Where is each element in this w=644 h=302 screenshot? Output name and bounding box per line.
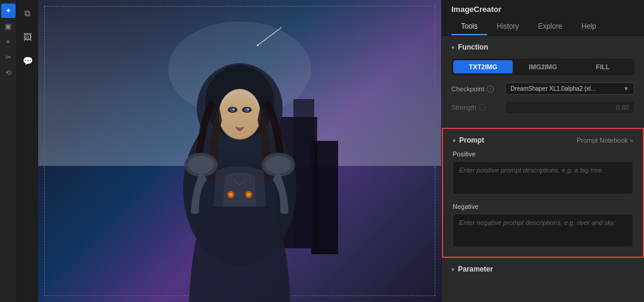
function-section-title: Function — [458, 43, 488, 51]
negative-prompt-group: Negative — [453, 203, 633, 249]
svg-point-17 — [233, 109, 235, 110]
chat-icon[interactable]: 💬 — [19, 53, 36, 69]
right-panel: ImageCreator Tools History Explore Help … — [441, 0, 644, 302]
panel-content: ▾ Function TXT2IMG IMG2IMG FILL Checkpoi… — [442, 36, 644, 302]
rectangle-tool-icon[interactable]: ▣ — [1, 19, 16, 33]
svg-point-18 — [247, 109, 249, 110]
function-section: ▾ Function TXT2IMG IMG2IMG FILL Checkpoi… — [442, 36, 644, 128]
canvas-area — [38, 0, 441, 302]
negative-prompt-input[interactable] — [453, 214, 633, 247]
positive-prompt-input[interactable] — [453, 161, 633, 195]
canvas-image — [38, 0, 441, 302]
left-sidebar: ⧉ 🖼 💬 — [17, 0, 38, 302]
cut-tool-icon[interactable]: ✂ — [1, 50, 16, 64]
strength-value: 0.60 — [505, 101, 634, 114]
strength-info-icon: i — [479, 104, 486, 111]
positive-label: Positive — [453, 150, 633, 158]
layers-icon[interactable]: ⧉ — [19, 5, 36, 21]
parameter-section: ▾ Parameter — [442, 258, 644, 288]
svg-point-7 — [257, 45, 259, 47]
positive-prompt-group: Positive — [453, 150, 633, 197]
prompt-header: ▾ Prompt Prompt Notebook » — [453, 136, 633, 144]
parameter-section-header[interactable]: ▾ Parameter — [451, 265, 634, 273]
tab-tools[interactable]: Tools — [451, 19, 487, 35]
undo-tool-icon[interactable]: ⟲ — [1, 66, 16, 80]
select-tool-icon[interactable]: ✦ — [1, 4, 16, 18]
parameter-chevron-icon: ▾ — [451, 266, 454, 273]
tab-explore[interactable]: Explore — [528, 19, 572, 35]
app-title: ImageCreator — [451, 5, 634, 14]
svg-point-24 — [229, 193, 233, 196]
tab-help[interactable]: Help — [572, 19, 606, 35]
svg-rect-4 — [293, 99, 314, 248]
panel-header: ImageCreator Tools History Explore Help — [442, 0, 644, 36]
svg-point-15 — [230, 108, 236, 112]
function-chevron-icon: ▾ — [451, 44, 454, 51]
strength-label: Strength i — [451, 104, 505, 111]
fill-button[interactable]: FILL — [573, 60, 633, 73]
prompt-header-left: ▾ Prompt — [453, 136, 484, 144]
prompt-section: ▾ Prompt Prompt Notebook » Positive Nega… — [442, 128, 644, 258]
img2img-button[interactable]: IMG2IMG — [513, 60, 572, 73]
checkpoint-info-icon[interactable]: i — [487, 85, 494, 93]
parameter-section-title: Parameter — [458, 265, 493, 273]
checkpoint-label: Checkpoint i — [451, 85, 505, 93]
checkpoint-select[interactable]: DreamShaper XL1.0alpha2 (xl... ▼ — [505, 82, 634, 95]
function-buttons: TXT2IMG IMG2IMG FILL — [451, 58, 634, 75]
svg-point-16 — [244, 108, 250, 112]
function-section-header[interactable]: ▾ Function — [451, 43, 634, 51]
svg-point-26 — [247, 193, 250, 196]
checkpoint-row: Checkpoint i DreamShaper XL1.0alpha2 (xl… — [451, 82, 634, 95]
crop-tool-icon[interactable]: ⌖ — [1, 35, 16, 49]
prompt-chevron-icon: ▾ — [453, 137, 456, 144]
character-figure — [138, 10, 341, 302]
panel-tabs: Tools History Explore Help — [451, 19, 634, 35]
svg-rect-3 — [311, 141, 338, 254]
checkpoint-dropdown-icon: ▼ — [623, 85, 629, 92]
strength-row: Strength i 0.60 — [451, 101, 634, 114]
tab-history[interactable]: History — [487, 19, 528, 35]
negative-label: Negative — [453, 203, 633, 210]
txt2img-button[interactable]: TXT2IMG — [453, 60, 513, 73]
prompt-notebook-link[interactable]: Prompt Notebook » — [577, 137, 633, 144]
prompt-section-title: Prompt — [459, 136, 484, 144]
toolbar-strip: ✦ ▣ ⌖ ✂ ⟲ — [0, 0, 17, 302]
image-icon[interactable]: 🖼 — [19, 29, 36, 45]
